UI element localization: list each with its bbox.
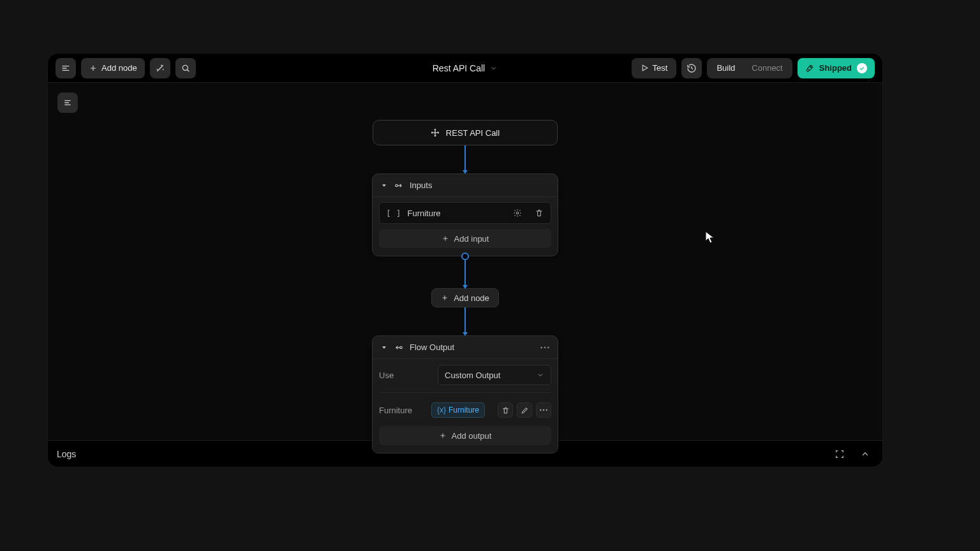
mode-tabs: Build Connect	[707, 58, 792, 78]
rocket-icon	[805, 64, 814, 73]
svg-marker-23	[383, 184, 386, 186]
menu-button[interactable]	[56, 58, 76, 78]
sidebar-toggle[interactable]	[57, 92, 78, 113]
flow-title-dropdown[interactable]: Rest API Call	[433, 63, 498, 73]
caret-down-icon	[380, 344, 388, 351]
chip-label: Furniture	[449, 406, 479, 415]
flow-canvas[interactable]: REST API Call Inputs [ ] Furniture	[48, 83, 882, 440]
logs-label: Logs	[57, 449, 76, 459]
output-port[interactable]	[461, 253, 469, 260]
flow-column: REST API Call Inputs [ ] Furniture	[372, 120, 558, 453]
shipped-label: Shipped	[819, 63, 852, 73]
inputs-header[interactable]: Inputs	[373, 174, 558, 197]
trigger-label: REST API Call	[446, 128, 500, 138]
svg-point-14	[434, 132, 436, 133]
flow-output-node[interactable]: Flow Output Use Custom Output	[372, 335, 558, 453]
svg-point-24	[396, 184, 398, 187]
array-icon: [ ]	[386, 209, 401, 218]
add-input-label: Add input	[454, 234, 489, 244]
trash-icon	[535, 209, 544, 217]
connector	[464, 307, 466, 335]
api-icon	[431, 128, 440, 137]
svg-point-5	[182, 65, 188, 70]
plus-icon	[439, 432, 447, 439]
input-settings-button[interactable]	[510, 205, 525, 221]
input-icon	[394, 181, 403, 190]
tab-build[interactable]: Build	[709, 60, 743, 77]
svg-line-9	[692, 68, 693, 69]
svg-point-34	[540, 346, 542, 348]
logs-collapse-button[interactable]	[857, 446, 873, 462]
trigger-node[interactable]: REST API Call	[373, 120, 558, 145]
connector	[464, 145, 466, 173]
svg-point-35	[544, 346, 546, 348]
svg-point-16	[434, 135, 436, 136]
chevron-down-icon	[490, 64, 498, 72]
input-name: Furniture	[407, 209, 503, 218]
top-bar: Add node Rest API Call Test	[48, 54, 882, 83]
search-button[interactable]	[175, 58, 196, 78]
svg-point-32	[400, 346, 403, 349]
svg-point-36	[547, 346, 549, 348]
check-icon	[857, 63, 867, 73]
output-chip[interactable]: {x} Furniture	[431, 402, 485, 418]
add-node-label: Add node	[101, 63, 137, 73]
add-input-button[interactable]: Add input	[379, 229, 551, 248]
app-window: Add node Rest API Call Test	[48, 54, 882, 467]
svg-point-10	[810, 66, 812, 68]
input-row[interactable]: [ ] Furniture	[379, 202, 551, 224]
trash-icon	[501, 406, 510, 415]
svg-point-15	[434, 129, 436, 130]
logs-expand-button[interactable]	[831, 446, 848, 462]
tab-connect[interactable]: Connect	[744, 60, 790, 77]
input-delete-button[interactable]	[531, 205, 547, 221]
plus-icon	[441, 294, 449, 302]
svg-line-6	[187, 70, 189, 71]
output-title: Flow Output	[410, 342, 454, 352]
caret-down-icon	[380, 182, 388, 189]
more-icon	[539, 409, 548, 411]
test-button[interactable]: Test	[632, 58, 677, 78]
magic-button[interactable]	[150, 58, 170, 78]
connector	[464, 260, 466, 288]
pencil-icon	[521, 406, 529, 415]
flow-title: Rest API Call	[433, 63, 485, 73]
expand-icon	[835, 449, 845, 459]
svg-point-17	[431, 132, 433, 133]
more-icon	[540, 346, 550, 349]
shipped-button[interactable]: Shipped	[798, 58, 875, 78]
cursor-icon	[705, 231, 715, 246]
chevron-down-icon	[537, 371, 544, 379]
use-value: Custom Output	[445, 371, 500, 380]
menu-icon	[61, 63, 71, 73]
svg-point-37	[540, 409, 541, 411]
inputs-node[interactable]: Inputs [ ] Furniture	[372, 173, 558, 256]
plus-icon	[442, 235, 449, 242]
output-more-button[interactable]	[536, 402, 551, 418]
svg-marker-7	[642, 65, 648, 71]
chevron-up-icon	[860, 449, 870, 459]
add-node-button[interactable]: Add node	[81, 58, 145, 78]
list-icon	[63, 98, 73, 108]
history-button[interactable]	[681, 58, 702, 78]
play-icon	[641, 64, 649, 72]
add-output-label: Add output	[452, 431, 492, 441]
gear-icon	[513, 209, 522, 217]
wand-icon	[155, 63, 165, 73]
use-label: Use	[379, 371, 431, 380]
search-icon	[181, 63, 191, 73]
output-edit-button[interactable]	[517, 402, 532, 418]
output-more-button[interactable]	[540, 346, 550, 349]
history-icon	[687, 63, 697, 73]
output-row-label: Furniture	[379, 406, 425, 415]
output-header[interactable]: Flow Output	[373, 336, 558, 359]
svg-point-38	[543, 409, 544, 411]
add-output-button[interactable]: Add output	[379, 426, 551, 445]
svg-marker-31	[383, 346, 386, 348]
svg-point-39	[546, 409, 547, 411]
plus-icon	[89, 64, 98, 73]
use-select[interactable]: Custom Output	[438, 365, 551, 385]
output-delete-button[interactable]	[498, 402, 513, 418]
inline-add-node[interactable]: Add node	[431, 288, 499, 307]
divider	[379, 392, 551, 393]
